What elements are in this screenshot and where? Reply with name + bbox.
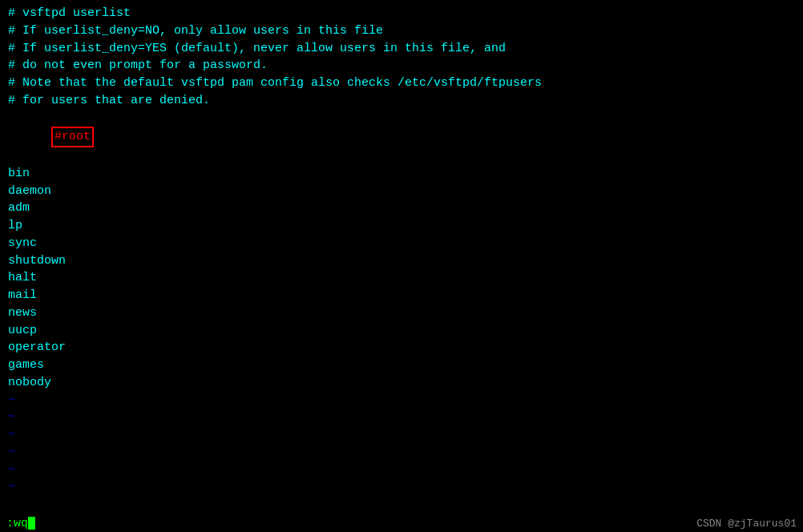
- comment-line-2: # If userlist_deny=NO, only allow users …: [8, 22, 795, 40]
- tilde-line-1: ~: [8, 392, 795, 409]
- comment-line-1: # vsftpd userlist: [8, 5, 795, 22]
- user-line-daemon: daemon: [8, 183, 795, 200]
- user-line-bin: bin: [8, 165, 795, 183]
- command-text: :wq: [6, 517, 28, 530]
- user-line-halt: halt: [8, 269, 795, 287]
- comment-line-4: # do not even prompt for a password.: [8, 57, 795, 75]
- tilde-line-4: ~: [8, 444, 795, 461]
- user-line-uucp: uucp: [8, 322, 795, 340]
- user-line-lp: lp: [8, 217, 795, 235]
- status-bar: :wq CSDN @zjTaurus01: [0, 515, 803, 532]
- watermark-text: CSDN @zjTaurus01: [696, 518, 797, 530]
- highlighted-root-line: #root: [8, 110, 795, 165]
- user-line-mail: mail: [8, 287, 795, 304]
- user-line-adm: adm: [8, 200, 795, 217]
- user-line-shutdown: shutdown: [8, 252, 795, 270]
- comment-line-3: # If userlist_deny=YES (default), never …: [8, 40, 795, 58]
- tilde-line-6: ~: [8, 478, 795, 496]
- user-line-games: games: [8, 357, 795, 374]
- editor-content: # vsftpd userlist # If userlist_deny=NO,…: [5, 3, 798, 498]
- terminal-window: # vsftpd userlist # If userlist_deny=NO,…: [0, 0, 803, 532]
- tilde-line-2: ~: [8, 409, 795, 426]
- user-line-sync: sync: [8, 235, 795, 252]
- user-line-operator: operator: [8, 339, 795, 357]
- comment-line-5: # Note that the default vsftpd pam confi…: [8, 75, 795, 92]
- tilde-line-3: ~: [8, 426, 795, 444]
- user-line-nobody: nobody: [8, 374, 795, 392]
- cursor-block: [28, 517, 35, 530]
- command-area: :wq: [6, 517, 35, 530]
- tilde-line-5: ~: [8, 461, 795, 479]
- root-highlighted-text: #root: [51, 127, 94, 147]
- user-line-news: news: [8, 304, 795, 322]
- comment-line-6: # for users that are denied.: [8, 92, 795, 110]
